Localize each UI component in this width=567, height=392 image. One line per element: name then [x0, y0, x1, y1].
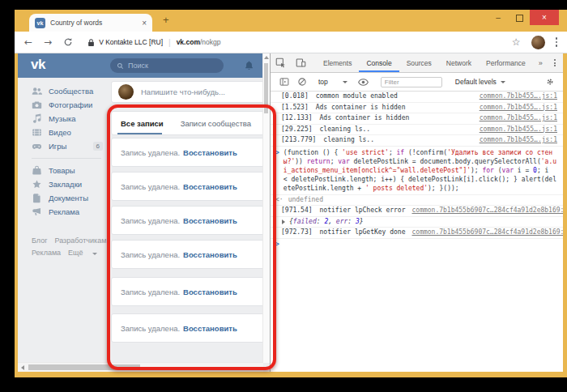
tab-all-posts[interactable]: Все записи [121, 119, 164, 128]
back-icon[interactable]: ← [24, 36, 32, 48]
close-button[interactable]: × [530, 10, 559, 25]
tab-title: Country of words [50, 19, 139, 27]
console-settings-gear-icon[interactable] [542, 77, 558, 87]
console-log-row: [0.018] common module enabled common.7b1… [271, 92, 563, 103]
source-link[interactable]: common.7b1b455….js:1 [473, 92, 557, 101]
browser-menu-icon[interactable] [556, 37, 558, 47]
vertical-scrollbar[interactable] [262, 53, 270, 363]
restore-link[interactable]: Восстановить [183, 182, 237, 191]
console-result-row: <· undefined [271, 195, 563, 207]
devtools-close-icon[interactable]: × [561, 58, 563, 67]
source-link[interactable]: common.7b1b455….js:1 [473, 136, 557, 145]
console-filter-input[interactable] [381, 77, 442, 87]
shopping-bag-icon [32, 165, 42, 176]
vk-footer-links: БлогРазработчикам РекламаЕщё [18, 219, 109, 259]
search-icon [117, 62, 124, 70]
lock-icon [87, 38, 95, 47]
expand-triangle-icon[interactable] [282, 219, 285, 224]
console-toolbar: top Default levels [271, 73, 563, 92]
vk-sidebar: Сообщества Фотографии Музыка [18, 78, 109, 259]
live-expression-eye-icon[interactable] [354, 77, 373, 87]
console-input-echo: > (function () { 'use strict'; if (!conf… [271, 147, 563, 195]
url-path: /nokgp [200, 38, 221, 46]
sidebar-item-videos[interactable]: Видео [18, 126, 109, 139]
restore-link[interactable]: Восстановить [183, 216, 237, 225]
source-link[interactable]: common.7b1b455b6907c…284cf4a91d2e8b169:1 [406, 207, 564, 215]
restore-link[interactable]: Восстановить [183, 148, 237, 157]
vertical-scroll-thumb[interactable] [264, 63, 268, 113]
devtools-menu-icon[interactable] [548, 59, 561, 66]
inspect-element-icon[interactable] [271, 53, 291, 72]
search-input[interactable]: Поиск [110, 58, 224, 73]
browser-tab[interactable]: vk Country of words × [29, 14, 152, 32]
sidebar-item-bookmarks[interactable]: Закладки [18, 177, 109, 191]
footer-link-blog[interactable]: Блог [32, 236, 47, 245]
footer-link-more[interactable]: Ещё [68, 249, 104, 257]
document-icon [32, 193, 42, 203]
minimize-button[interactable]: – [488, 10, 509, 25]
device-toolbar-icon[interactable] [291, 53, 311, 72]
sidebar-item-music[interactable]: Музыка [18, 112, 109, 126]
restore-link[interactable]: Восстановить [183, 250, 237, 259]
maximize-button[interactable] [509, 10, 530, 25]
console-log-row: [213.779] cleaning ls.. common.7b1b455….… [271, 135, 563, 147]
deleted-post-row: Запись удалена. Восстановить [111, 138, 265, 167]
toolbar-right: ☆ [512, 36, 557, 49]
video-icon [32, 127, 42, 138]
tab-community-posts[interactable]: Записи сообщества [181, 119, 251, 128]
forward-icon[interactable]: → [44, 36, 52, 48]
music-note-icon [32, 113, 42, 124]
deleted-post-row: Запись удалена. Восстановить [111, 313, 265, 343]
sidebar-item-photos[interactable]: Фотографии [18, 98, 109, 112]
devtools-tab-bar: Elements Console Sources Network Perform… [271, 53, 563, 73]
vk-logo[interactable]: vk [31, 57, 45, 73]
source-link[interactable]: common.7b1b455….js:1 [473, 104, 557, 113]
sidebar-item-games[interactable]: Игры 6 [18, 139, 109, 153]
profile-avatar[interactable] [531, 36, 545, 49]
footer-link-ads[interactable]: Реклама [32, 249, 61, 257]
console-log-row: [1.523] Ads container is hidden common.7… [271, 103, 563, 114]
horizontal-scrollbar[interactable] [18, 362, 263, 372]
sidebar-item-ads[interactable]: Реклама [18, 205, 109, 219]
console-sidebar-icon[interactable] [275, 77, 293, 87]
context-selector[interactable]: top [318, 78, 328, 86]
horizontal-scroll-thumb[interactable] [28, 364, 140, 370]
browser-toolbar: ← → V Kontakte LLC [RU] | vk.com/nokgp ☆ [15, 32, 567, 53]
more-tabs-icon[interactable]: » [533, 53, 548, 72]
scroll-up-arrow-icon[interactable] [264, 56, 269, 59]
restore-link[interactable]: Восстановить [183, 324, 237, 333]
chevron-down-icon [501, 81, 505, 83]
log-levels-selector[interactable]: Default levels [455, 78, 505, 86]
restore-link[interactable]: Восстановить [183, 288, 237, 296]
clear-console-icon[interactable] [293, 77, 311, 87]
footer-link-developers[interactable]: Разработчикам [54, 236, 106, 245]
tab-network[interactable]: Network [439, 53, 479, 72]
object-preview: {failed: 2, err: 3} [289, 218, 364, 227]
sidebar-item-communities[interactable]: Сообщества [18, 84, 109, 98]
tab-close-icon[interactable]: × [142, 19, 147, 28]
sidebar-item-market[interactable]: Товары [18, 164, 109, 177]
scroll-left-arrow-icon[interactable] [21, 365, 24, 370]
notifications-bell-icon[interactable] [244, 60, 254, 70]
source-link[interactable]: common.7b1b455b6907c…284cf4a91d2e8b169:1 [406, 228, 564, 237]
address-bar[interactable]: V Kontakte LLC [RU] | vk.com/nokgp [87, 38, 220, 47]
tab-elements[interactable]: Elements [316, 53, 359, 72]
vk-page: vk Поиск [18, 53, 270, 372]
tab-performance[interactable]: Performance [479, 53, 533, 72]
object-preview-row[interactable]: {failed: 2, err: 3} [271, 217, 563, 228]
devtools-tabbar-right: × [548, 53, 563, 72]
source-link[interactable]: common.7b1b455….js:1 [473, 126, 557, 134]
browser-window: vk Country of words × + – × ← → V [15, 10, 567, 377]
new-tab-button[interactable]: + [163, 14, 169, 26]
reload-icon[interactable] [63, 37, 73, 47]
vk-favicon-icon: vk [35, 18, 45, 28]
post-composer[interactable]: Напишите что-нибудь... [111, 81, 265, 103]
sidebar-item-documents[interactable]: Документы [18, 191, 109, 205]
console-prompt[interactable]: > [271, 239, 563, 251]
user-avatar [118, 84, 134, 100]
source-link[interactable]: common.7b1b455….js:1 [473, 114, 557, 123]
tab-console[interactable]: Console [359, 53, 399, 72]
bookmark-star-icon[interactable]: ☆ [512, 36, 521, 48]
tab-sources[interactable]: Sources [399, 53, 439, 72]
sidebar-divider [32, 158, 101, 159]
